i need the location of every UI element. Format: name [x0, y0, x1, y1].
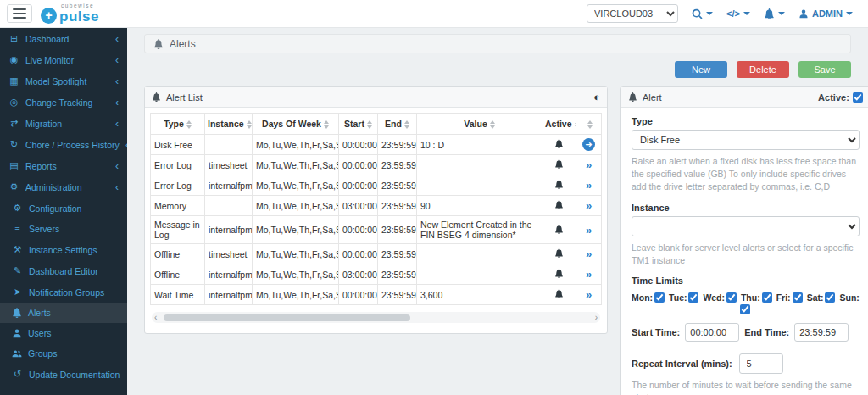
chevron-left-icon: ‹	[115, 34, 119, 44]
send-icon: ➤	[12, 287, 23, 298]
sat-checkbox[interactable]	[825, 292, 835, 303]
open-alert-button[interactable]: »	[586, 199, 592, 212]
reports-icon: ▤	[8, 160, 19, 171]
sun-checkbox[interactable]	[740, 304, 750, 314]
save-button[interactable]: Save	[798, 61, 851, 78]
user-icon	[12, 328, 22, 338]
live-monitor-icon: ◉	[8, 54, 19, 65]
table-row[interactable]: Memory Mo,Tu,We,Th,Fr,Sa,Su 03:00:00 23:…	[151, 196, 602, 216]
search-menu[interactable]	[692, 8, 713, 19]
open-alert-button[interactable]: »	[586, 159, 592, 171]
alert-detail-panel: Alert Active: Type Disk Free Raise an al…	[620, 86, 868, 395]
end-time-label: End Time:	[744, 327, 789, 337]
sort-icon	[404, 120, 409, 129]
open-alert-button[interactable]: »	[586, 248, 592, 260]
mon-checkbox[interactable]	[654, 292, 665, 303]
bell-icon[interactable]	[554, 200, 564, 209]
chevron-down-icon	[743, 12, 750, 15]
brand-logo[interactable]: + cubewise pulse	[41, 3, 99, 24]
bell-icon[interactable]	[554, 289, 564, 298]
sidebar-item-alerts[interactable]: Alerts	[0, 303, 127, 323]
table-row[interactable]: Disk Free Mo,Tu,We,Th,Fr,Sa,Su 00:00:00 …	[151, 135, 602, 155]
sidebar-item-administration[interactable]: ⚙ Administration‹	[0, 176, 127, 198]
table-row[interactable]: Error Log timesheet Mo,Tu,We,Th,Fr,Sa,Su…	[151, 155, 602, 175]
table-row[interactable]: Error Log internalfpm Mo,Tu,We,Th,Fr,Sa,…	[151, 175, 602, 196]
code-menu[interactable]: </>	[726, 8, 750, 19]
table-row[interactable]: Offline internalfpm Mo,Tu,We,Th,Fr,Sa,Su…	[151, 264, 602, 285]
sidebar-item-chore-process-history[interactable]: ↻ Chore / Process History‹	[0, 134, 127, 155]
sidebar-item-dashboard[interactable]: ⊞ Dashboard‹	[0, 28, 127, 49]
bell-icon[interactable]	[554, 159, 564, 169]
col-header-open[interactable]	[576, 114, 602, 135]
admin-menu[interactable]: ADMIN	[798, 8, 853, 19]
server-select[interactable]: VIRCLOUD03	[587, 4, 678, 23]
fri-checkbox[interactable]	[793, 292, 803, 303]
refresh-icon: ↺	[12, 369, 23, 380]
sidebar-item-model-spotlight[interactable]: ▦ Model Spotlight‹	[0, 70, 127, 92]
repeat-interval-label: Repeat Interval (mins):	[632, 359, 732, 369]
bell-icon[interactable]	[554, 269, 564, 278]
sidebar-item-migration[interactable]: ⇄ Migration‹	[0, 113, 127, 134]
tue-checkbox[interactable]	[688, 292, 698, 303]
chevron-left-icon: ‹	[115, 182, 119, 192]
sidebar: ⊞ Dashboard‹ ◉ Live Monitor‹ ▦ Model Spo…	[0, 28, 127, 395]
sat-label: Sat:	[807, 292, 824, 303]
alert-detail-title: Alert	[643, 92, 662, 103]
col-header-days[interactable]: Days Of Week	[253, 114, 339, 135]
open-alert-button[interactable]: »	[586, 179, 592, 192]
menu-toggle-button[interactable]	[7, 4, 32, 23]
thu-checkbox[interactable]	[762, 292, 772, 303]
column-toggle-icon[interactable]: ◐	[593, 91, 600, 103]
col-header-active[interactable]: Active	[542, 114, 576, 135]
bell-icon[interactable]	[554, 225, 564, 234]
sidebar-item-groups[interactable]: Groups	[0, 343, 127, 364]
table-row[interactable]: Wait Time internalfpm Mo,Tu,We,Th,Fr,Sa,…	[151, 285, 602, 305]
col-header-instance[interactable]: Instance	[205, 114, 253, 135]
new-button[interactable]: New	[675, 61, 727, 78]
open-alert-button[interactable]: »	[586, 288, 592, 301]
sidebar-item-live-monitor[interactable]: ◉ Live Monitor‹	[0, 49, 127, 70]
end-time-input[interactable]	[794, 323, 849, 342]
wed-checkbox[interactable]	[726, 292, 737, 303]
col-header-type[interactable]: Type	[151, 114, 205, 135]
sidebar-item-notification-groups[interactable]: ➤ Notification Groups	[0, 281, 127, 303]
instance-select[interactable]	[632, 216, 860, 236]
sidebar-item-configuration[interactable]: ⚙ Configuration	[0, 198, 127, 219]
sidebar-item-users[interactable]: Users	[0, 323, 127, 343]
scrollbar-thumb[interactable]	[164, 314, 410, 321]
model-spotlight-icon: ▦	[8, 75, 19, 86]
notifications-menu[interactable]	[764, 8, 785, 19]
col-header-value[interactable]: Value	[417, 114, 542, 135]
open-alert-button[interactable]: »	[586, 268, 592, 281]
bell-icon[interactable]	[554, 139, 564, 148]
type-select[interactable]: Disk Free	[632, 130, 860, 150]
pulse-plus-icon: +	[41, 8, 57, 24]
chevron-down-icon	[846, 12, 853, 15]
active-checkbox[interactable]	[853, 92, 863, 103]
sidebar-item-reports[interactable]: ▤ Reports‹	[0, 155, 127, 176]
sidebar-item-servers[interactable]: ≡ Servers	[0, 219, 127, 239]
bell-icon[interactable]	[554, 248, 564, 258]
open-alert-button[interactable]: ➜	[582, 138, 595, 151]
sidebar-item-instance-settings[interactable]: ⚒ Instance Settings	[0, 239, 127, 260]
table-row[interactable]: Message in Log internalfpm Mo,Tu,We,Th,F…	[151, 216, 602, 244]
instance-settings-icon: ⚒	[12, 244, 23, 255]
horizontal-scrollbar[interactable]: ‹ ›	[152, 312, 600, 323]
instance-label: Instance	[632, 203, 860, 213]
sidebar-item-dashboard-editor[interactable]: ✎ Dashboard Editor	[0, 260, 127, 281]
history-icon: ↻	[8, 139, 19, 150]
bell-icon[interactable]	[554, 180, 564, 189]
repeat-interval-input[interactable]	[739, 353, 783, 374]
col-header-end[interactable]: End	[378, 114, 417, 135]
table-row[interactable]: Offline timesheet Mo,Tu,We,Th,Fr,Sa,Su 0…	[151, 244, 602, 264]
delete-button[interactable]: Delete	[737, 61, 789, 78]
sidebar-item-change-tracking[interactable]: ◎ Change Tracking‹	[0, 92, 127, 113]
scroll-right-icon[interactable]: ›	[595, 313, 598, 322]
scroll-left-icon[interactable]: ‹	[154, 313, 157, 322]
day-checkboxes: Mon: Tue: Wed: Thu: Fri: Sat: Sun:	[632, 292, 860, 303]
start-time-input[interactable]	[685, 323, 739, 342]
sidebar-item-update-documentation[interactable]: ↺ Update Documentation	[0, 364, 127, 385]
col-header-start[interactable]: Start	[339, 114, 378, 135]
repeat-help-text: The number of minutes to wait before sen…	[632, 379, 860, 395]
open-alert-button[interactable]: »	[586, 224, 592, 236]
